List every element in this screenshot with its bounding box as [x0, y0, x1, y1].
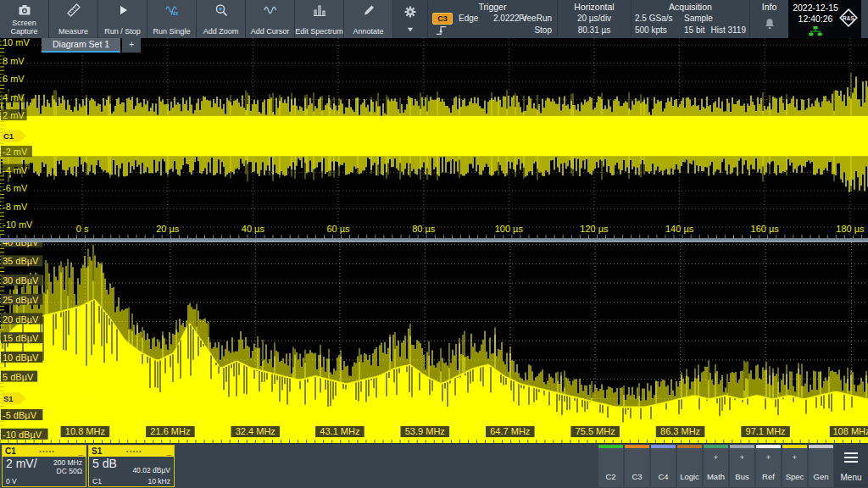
acquisition-record-length: 500 kpts	[635, 25, 667, 35]
top-toolbar: Screen Capture Measure Run / Stop Nx Run…	[0, 0, 868, 38]
gear-icon	[403, 4, 418, 19]
trigger-type: Edge	[459, 14, 478, 23]
y-tick-label: -10 mV	[3, 219, 33, 230]
x-tick-label: 108 MHz	[832, 426, 868, 436]
horizontal-scale: 20 µs/div	[558, 14, 631, 23]
x-tick-label: 40 µs	[242, 224, 265, 234]
plus-icon: +	[756, 453, 781, 462]
ruler-icon	[66, 3, 81, 18]
x-tick-label: 97.1 MHz	[746, 426, 786, 436]
trigger-source-badge: C3	[432, 13, 453, 25]
x-tick-label: 60 µs	[326, 224, 350, 234]
settings-zone[interactable]	[393, 0, 427, 38]
toolbar-label: Screen Capture	[0, 19, 48, 38]
waveform-marker-label: S1	[3, 394, 14, 403]
channel-scale: 2 mV/	[6, 457, 37, 470]
ref-button[interactable]: +Ref	[756, 445, 781, 487]
minimize-button[interactable]: _	[166, 446, 171, 456]
time-domain-diagram[interactable]: 10 mV8 mV6 mV4 mV2 mV-2 mV-4 mV-6 mV-8 m…	[0, 38, 868, 238]
spectrum-diagram[interactable]: 40 dBµV35 dBµV30 dBµV25 dBµV20 dBµV15 dB…	[0, 242, 868, 443]
channel-button-c3[interactable]: C3	[625, 445, 649, 487]
x-tick-label: 43.1 MHz	[320, 426, 359, 436]
signal-badge-body: 5 dB 40.02 dBµV C1 10 kHz	[89, 457, 174, 486]
x-tick-label: 75.5 MHz	[576, 426, 615, 436]
waveform-marker-label: C1	[3, 131, 14, 141]
y-tick-label: -6 mV	[3, 183, 28, 193]
y-tick-label: 2 mV	[3, 110, 25, 120]
toolbar-button-measure[interactable]: Measure	[49, 0, 98, 38]
toolbar-label: Annotate	[353, 27, 383, 38]
add-tab-button[interactable]: +	[122, 38, 141, 53]
y-tick-label: 25 dBµV	[3, 295, 39, 305]
channel-color-stripe	[677, 445, 702, 448]
clock-zone[interactable]: 2022-12-15 12:40:26 R&S	[788, 0, 861, 38]
signal-badge-c1[interactable]: C1 ••••• _ 2 mV/ 200 MHzDC 50Ω 0 V	[2, 445, 86, 487]
logic-button[interactable]: Logic	[677, 445, 702, 487]
cursor-wave-icon	[263, 3, 278, 18]
channel-button-c2[interactable]: C2	[598, 445, 623, 487]
rising-edge-icon	[434, 25, 449, 36]
channel-color-stripe	[730, 445, 754, 448]
spectrum-reference-level: 40.02 dBµV	[132, 466, 170, 474]
info-section[interactable]: Info	[749, 0, 788, 38]
acquisition-title: Acquisition	[632, 2, 749, 12]
x-tick-label: 64.7 MHz	[490, 426, 530, 436]
y-tick-label: 30 dBµV	[3, 275, 39, 286]
trigger-state: Stop	[534, 25, 552, 35]
toolbar-button-run-single[interactable]: Nx Run Single	[147, 0, 197, 38]
date-display: 2022-12-15	[788, 3, 843, 13]
signal-badge-body: 2 mV/ 200 MHzDC 50Ω 0 V	[3, 457, 86, 486]
toolbar-label: Add Cursor	[251, 27, 290, 38]
toolbar-button-annotate[interactable]: Annotate	[344, 0, 393, 38]
acquisition-resolution: 15 bit	[684, 25, 704, 35]
spectrum-bars-icon	[312, 3, 327, 18]
signal-badge-s1[interactable]: S1 ••••• _ 5 dB 40.02 dBµV C1 10 kHz	[88, 445, 175, 487]
pencil-icon	[361, 3, 376, 18]
spec-button[interactable]: +Spec	[782, 445, 807, 487]
y-tick-label: 35 dBµV	[3, 256, 39, 266]
trigger-mode: FreeRun	[519, 14, 552, 23]
bus-button[interactable]: +Bus	[730, 445, 754, 487]
channel-color-stripe	[756, 445, 781, 448]
toolbar-button-edit-spectrum[interactable]: Edit Spectrum	[295, 0, 344, 38]
acquisition-history: Hist 3119	[710, 25, 746, 35]
channel-offset: 0 V	[6, 477, 17, 485]
toolbar-button-screen-capture[interactable]: Screen Capture	[0, 0, 49, 38]
signal-badge-header: S1 ••••• _	[89, 446, 174, 457]
menu-button[interactable]: Menu	[834, 445, 868, 487]
channel-button-c4[interactable]: C4	[651, 445, 676, 487]
chevron-down-icon	[404, 25, 416, 34]
y-tick-label: 15 dBµV	[3, 333, 39, 343]
y-tick-label: 6 mV	[3, 74, 25, 84]
magnifier-icon	[214, 3, 229, 18]
y-tick-label: 40 dBµV	[3, 242, 39, 247]
acquisition-status-section[interactable]: Acquisition 2.5 GSa/s Sample 500 kpts 15…	[631, 0, 749, 38]
signal-id: C1	[5, 446, 16, 456]
y-tick-label: 5 dBµV	[3, 372, 34, 382]
x-axis-labels: 0 s20 µs40 µs60 µs80 µs100 µs120 µs140 µ…	[76, 224, 865, 234]
channel-color-stripe	[782, 445, 807, 448]
spectrum-source: C1	[92, 477, 102, 485]
channel-bandwidth-coupling: 200 MHzDC 50Ω	[53, 458, 82, 475]
signal-id: S1	[92, 446, 102, 456]
camera-icon	[17, 3, 32, 18]
spectrum-plot: 40 dBµV35 dBµV30 dBµV25 dBµV20 dBµV15 dB…	[0, 242, 868, 443]
trigger-status-section[interactable]: Trigger C3 Edge 2.0222 V FreeRun Stop	[427, 0, 557, 38]
toolbar-button-run-stop[interactable]: Run / Stop	[98, 0, 147, 38]
plus-icon: +	[704, 453, 728, 462]
toolbar-button-add-zoom[interactable]: Add Zoom	[197, 0, 246, 38]
minimize-button[interactable]: _	[78, 446, 83, 456]
math-button[interactable]: +Math	[704, 445, 728, 487]
y-tick-label: 20 dBµV	[3, 314, 39, 324]
tab-diagram-set-1[interactable]: Diagram Set 1	[42, 38, 120, 53]
grip-icon: •••••	[102, 448, 166, 455]
toolbar-button-add-cursor[interactable]: Add Cursor	[246, 0, 295, 38]
signal-bar: C1 ••••• _ 2 mV/ 200 MHzDC 50Ω 0 V S1 ••…	[0, 443, 868, 488]
horizontal-status-section[interactable]: Horizontal 20 µs/div 80.31 µs	[557, 0, 631, 38]
y-tick-label: -10 dBµV	[3, 430, 42, 440]
time-display: 12:40:26	[788, 14, 843, 24]
gen-button[interactable]: Gen	[809, 445, 833, 487]
x-tick-label: 20 µs	[156, 224, 180, 234]
acquisition-sample-rate: 2.5 GSa/s	[635, 14, 672, 23]
x-tick-label: 160 µs	[751, 224, 780, 234]
